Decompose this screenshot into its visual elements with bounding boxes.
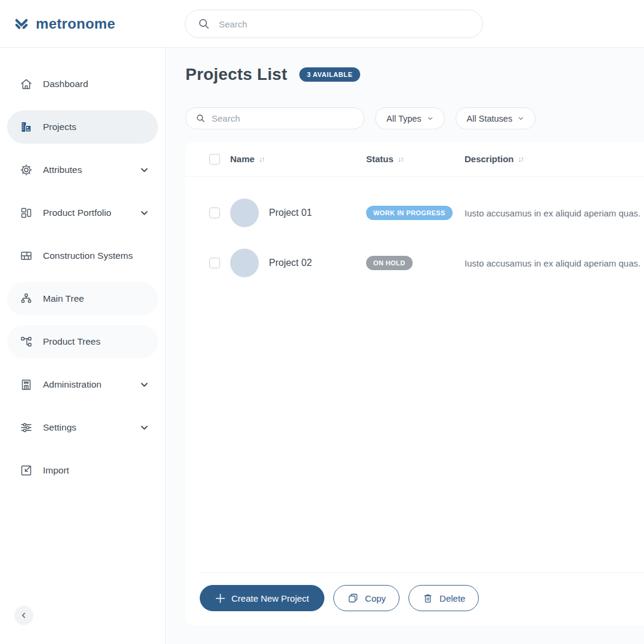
available-count-badge: 3 AVAILABLE: [299, 67, 361, 82]
sidebar-item-label: Product Trees: [43, 336, 158, 347]
sidebar-item-product-trees[interactable]: Product Trees: [7, 325, 158, 358]
project-name[interactable]: Project 01: [269, 208, 312, 218]
sidebar-item-projects[interactable]: Projects: [7, 110, 158, 144]
project-description: Iusto accusamus in ex aliquid aperiam qu…: [465, 208, 644, 218]
sidebar-item-main-tree[interactable]: Main Tree: [7, 282, 158, 315]
plus-icon: [215, 593, 225, 603]
column-header-status[interactable]: Status ↓↑: [366, 154, 465, 164]
search-icon: [197, 17, 210, 30]
sliders-icon: [19, 420, 33, 435]
buildings-icon: [19, 120, 33, 134]
copy-icon: [347, 592, 359, 604]
import-icon: [19, 463, 33, 478]
status-filter-dropdown[interactable]: All Statuses: [456, 107, 536, 129]
bricks-icon: [19, 249, 33, 263]
chevron-down-icon[interactable]: [140, 423, 149, 432]
table-row[interactable]: Project 02 ON HOLD Iusto accusamus in ex…: [185, 238, 644, 288]
projects-table-card: Name ↓↑ Status ↓↑ Description ↓↑ Project…: [185, 142, 644, 625]
topbar: metronome: [0, 0, 644, 48]
brand-name: metronome: [36, 16, 115, 32]
row-checkbox[interactable]: [209, 258, 220, 268]
sidebar-item-label: Main Tree: [43, 293, 158, 304]
sidebar-item-label: Dashboard: [43, 79, 158, 89]
sort-icon[interactable]: ↓↑: [518, 154, 524, 163]
projects-search-input[interactable]: [212, 113, 354, 123]
column-header-description[interactable]: Description ↓↑: [465, 154, 644, 164]
project-description: Iusto accusamus in ex aliquid aperiam qu…: [465, 258, 644, 268]
sidebar: Dashboard Projects Attributes: [0, 48, 166, 644]
project-name[interactable]: Project 02: [269, 258, 312, 268]
search-icon: [196, 113, 206, 123]
table-footer: Create New Project Copy Delete: [200, 572, 644, 625]
chevron-down-icon: [427, 115, 434, 122]
sidebar-item-attributes[interactable]: Attributes: [7, 153, 158, 187]
global-search-input[interactable]: [219, 19, 470, 29]
chevron-down-icon[interactable]: [140, 165, 149, 175]
sort-icon[interactable]: ↓↑: [398, 154, 403, 163]
home-icon: [19, 77, 33, 91]
gear-icon: [19, 163, 33, 177]
table-header-row: Name ↓↑ Status ↓↑ Description ↓↑: [185, 142, 644, 177]
delete-button[interactable]: Delete: [408, 585, 479, 611]
building-icon: [19, 377, 33, 392]
metronome-logo-icon: [14, 17, 29, 31]
sidebar-item-construction-systems[interactable]: Construction Systems: [7, 239, 158, 273]
chevron-down-icon[interactable]: [140, 208, 149, 218]
table-row[interactable]: Project 01 WORK IN PROGRESS Iusto accusa…: [185, 188, 644, 238]
chevron-down-icon: [518, 115, 524, 122]
org-tree-icon: [19, 292, 33, 306]
sidebar-item-label: Import: [43, 465, 158, 476]
global-search[interactable]: [185, 10, 483, 38]
status-badge: ON HOLD: [366, 256, 413, 270]
collapse-sidebar-button[interactable]: [14, 606, 33, 625]
status-badge: WORK IN PROGRESS: [366, 206, 453, 220]
sidebar-item-product-portfolio[interactable]: Product Portfolio: [7, 196, 158, 230]
sidebar-item-label: Construction Systems: [43, 250, 158, 261]
project-avatar: [230, 199, 259, 227]
sidebar-item-import[interactable]: Import: [7, 454, 158, 487]
type-filter-dropdown[interactable]: All Types: [375, 107, 445, 129]
sort-icon[interactable]: ↓↑: [259, 154, 264, 163]
sidebar-item-label: Attributes: [43, 165, 140, 175]
sidebar-item-administration[interactable]: Administration: [7, 368, 158, 401]
chevron-down-icon[interactable]: [140, 380, 149, 389]
row-checkbox[interactable]: [209, 208, 220, 218]
type-filter-value: All Types: [386, 114, 422, 123]
brand-logo[interactable]: metronome: [14, 0, 115, 48]
chevron-left-icon: [20, 611, 28, 620]
copy-button[interactable]: Copy: [333, 585, 400, 611]
page-title: Projects List: [185, 65, 287, 84]
sidebar-item-label: Projects: [43, 122, 158, 132]
create-new-project-button[interactable]: Create New Project: [200, 585, 324, 611]
sidebar-item-label: Settings: [43, 422, 140, 433]
select-all-checkbox[interactable]: [209, 154, 220, 165]
column-header-name[interactable]: Name ↓↑: [230, 154, 366, 164]
trash-icon: [422, 593, 434, 604]
sidebar-item-dashboard[interactable]: Dashboard: [7, 67, 158, 101]
sidebar-item-settings[interactable]: Settings: [7, 411, 158, 444]
projects-search[interactable]: [185, 107, 364, 129]
project-avatar: [230, 249, 259, 277]
product-tree-icon: [19, 335, 33, 349]
grid-icon: [19, 206, 33, 220]
status-filter-value: All Statuses: [467, 114, 513, 123]
sidebar-item-label: Product Portfolio: [43, 208, 140, 218]
sidebar-item-label: Administration: [43, 379, 140, 390]
main-content: Projects List 3 AVAILABLE All Types All …: [166, 48, 644, 644]
